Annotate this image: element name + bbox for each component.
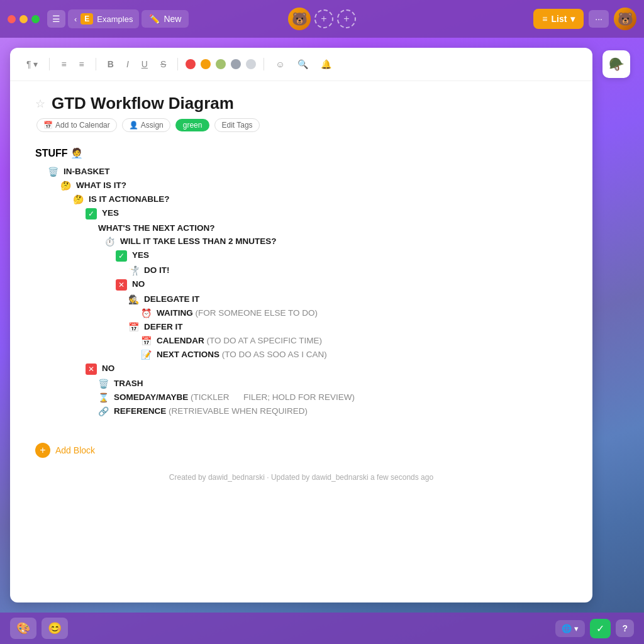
- examples-badge: E: [80, 13, 93, 25]
- more-button[interactable]: ···: [589, 10, 609, 28]
- back-button[interactable]: ‹ E Examples: [68, 9, 139, 28]
- think-icon: 🤔: [60, 180, 71, 191]
- timer-icon: ⏱️: [104, 236, 115, 247]
- outline-item: ⏱️ WILL IT TAKE LESS THAN 2 MNUTES?: [35, 236, 567, 247]
- link-icon: 🔗: [98, 406, 109, 416]
- outline-item: ✕ NO: [35, 364, 567, 375]
- list-icon: ≡: [542, 14, 547, 24]
- section-header: STUFF 🧑‍💼: [35, 147, 567, 159]
- think-icon-2: 🤔: [73, 194, 84, 204]
- add-workspace-button-2[interactable]: +: [337, 9, 356, 28]
- chevron-down-icon: ▾: [570, 14, 575, 24]
- doc-panel: ¶ ▾ ≡ ≡ B I U S ☺ 🔍 🔔: [10, 48, 592, 602]
- doc-meta: 📅 Add to Calendar 👤 Assign green Edit Ta…: [36, 118, 567, 132]
- list-button[interactable]: ≡ List ▾: [533, 9, 584, 29]
- bold-button[interactable]: B: [104, 57, 118, 72]
- outline-item: ✓ YES: [35, 208, 567, 219]
- x-no-icon: ✕: [116, 279, 127, 291]
- bottom-right: 🌐 ▾ ✓ ?: [555, 619, 634, 638]
- star-button[interactable]: ☆: [35, 97, 45, 111]
- palette-button[interactable]: 🎨: [10, 618, 36, 639]
- italic-button[interactable]: I: [123, 57, 133, 72]
- outline-item: 📅 DEFER IT: [35, 322, 567, 332]
- outline-item: ⌛ SOMEDAY/MAYBE (TICKLER FILER; HOLD FOR…: [35, 392, 567, 402]
- color-red[interactable]: [186, 59, 196, 69]
- emoji-bottom-button[interactable]: 😊: [42, 618, 68, 639]
- close-button[interactable]: [8, 15, 16, 23]
- doc-toolbar: ¶ ▾ ≡ ≡ B I U S ☺ 🔍 🔔: [10, 48, 592, 81]
- outline-item: 📅 CALENDAR (TO DO AT A SPECIFIC TIME): [35, 336, 567, 346]
- paragraph-button[interactable]: ¶ ▾: [23, 57, 42, 72]
- color-green[interactable]: [216, 59, 226, 69]
- outline-item: 🤔 WHAT IS IT?: [35, 180, 567, 191]
- defer-icon: 📅: [128, 322, 139, 332]
- list-unordered-button[interactable]: ≡: [57, 57, 70, 72]
- color-light[interactable]: [246, 59, 256, 69]
- toolbar-separator-2: [96, 58, 96, 70]
- add-block-label: Add Block: [55, 445, 95, 455]
- user-avatar[interactable]: 🐻: [614, 8, 636, 30]
- assign-button[interactable]: 👤 Assign: [122, 118, 170, 132]
- toolbar-separator-3: [177, 58, 178, 70]
- outline-item: 🤺 DO IT!: [35, 265, 567, 275]
- content-wrapper: ¶ ▾ ≡ ≡ B I U S ☺ 🔍 🔔: [0, 38, 644, 613]
- outline-item: 📝 NEXT ACTIONS (TO DO AS SOO AS I CAN): [35, 350, 567, 360]
- add-workspace-button[interactable]: +: [314, 9, 333, 28]
- outline-item: 🗑️ IN-BASKET: [35, 167, 567, 177]
- outline-item: 🕵️ DELEGATE IT: [35, 294, 567, 304]
- outline-item: ✕ NO: [35, 279, 567, 291]
- new-button[interactable]: ✏️ New: [142, 10, 189, 28]
- examples-label: Examples: [97, 14, 133, 24]
- language-button[interactable]: 🌐 ▾: [555, 620, 585, 637]
- traffic-lights: [8, 15, 40, 23]
- emoji-button[interactable]: ☺: [272, 57, 288, 72]
- outline-item: 🔗 REFERENCE (RETRIEVABLE WHEN REQUIRED): [35, 406, 567, 416]
- x-no-icon-2: ✕: [86, 364, 97, 375]
- chevron-down-icon-2: ▾: [574, 624, 579, 633]
- fencer-icon: 🤺: [128, 265, 139, 275]
- confirm-button[interactable]: ✓: [590, 619, 611, 638]
- menu-button[interactable]: ☰: [47, 10, 65, 28]
- right-panel: 🪖: [599, 48, 634, 602]
- notification-button[interactable]: 🔔: [317, 57, 335, 72]
- bottom-bar: 🎨 😊 🌐 ▾ ✓ ?: [0, 613, 644, 644]
- calendar-icon: 📅: [43, 121, 53, 130]
- search-button[interactable]: 🔍: [294, 57, 312, 72]
- add-block-row[interactable]: + Add Block: [10, 433, 592, 468]
- outline-item: 🗑️ TRASH: [35, 379, 567, 389]
- doc-footer: Created by dawid_bednarski · Updated by …: [10, 468, 592, 487]
- calendar-icon-2: 📅: [141, 336, 152, 346]
- nav-group: ☰ ‹ E Examples ✏️ New: [47, 9, 189, 28]
- color-yellow[interactable]: [201, 59, 211, 69]
- toolbar-separator-1: [49, 58, 50, 70]
- bear-avatar[interactable]: 🐻: [288, 8, 311, 30]
- strikethrough-button[interactable]: S: [157, 57, 170, 72]
- underline-button[interactable]: U: [138, 57, 152, 72]
- helmet-icon[interactable]: 🪖: [602, 50, 630, 78]
- help-button[interactable]: ?: [616, 619, 634, 637]
- center-icons: 🐻 + +: [288, 8, 356, 30]
- hourglass-icon: ⌛: [98, 392, 109, 402]
- trash-icon-2: 🗑️: [98, 379, 109, 389]
- assign-label: Assign: [141, 121, 164, 130]
- bottom-left: 🎨 😊: [10, 618, 68, 639]
- maximize-button[interactable]: [31, 15, 40, 23]
- doc-title: GTD Workflow Diagram: [52, 94, 234, 113]
- tag-green-button[interactable]: green: [175, 119, 210, 131]
- edit-icon: ✏️: [149, 14, 160, 24]
- edit-tags-label: Edit Tags: [221, 121, 252, 130]
- outline-item: 🤔 IS IT ACTIONABLE?: [35, 194, 567, 204]
- titlebar: ☰ ‹ E Examples ✏️ New 🐻 + + ≡ List ▾ ···…: [0, 0, 644, 38]
- edit-tags-button[interactable]: Edit Tags: [214, 118, 259, 132]
- delegate-icon: 🕵️: [128, 294, 139, 304]
- back-icon: ‹: [74, 14, 77, 24]
- minimize-button[interactable]: [19, 15, 28, 23]
- list-label: List: [551, 14, 567, 24]
- check-yes-icon-2: ✓: [116, 250, 127, 262]
- outline-item: ⏰ WAITING (FOR SOMEONE ELSE TO DO): [35, 308, 567, 318]
- add-calendar-button[interactable]: 📅 Add to Calendar: [36, 118, 117, 132]
- list-ordered-button[interactable]: ≡: [75, 57, 88, 72]
- doc-body: ☆ GTD Workflow Diagram 📅 Add to Calendar…: [10, 81, 592, 433]
- color-gray[interactable]: [231, 59, 241, 69]
- toolbar-separator-4: [264, 58, 264, 70]
